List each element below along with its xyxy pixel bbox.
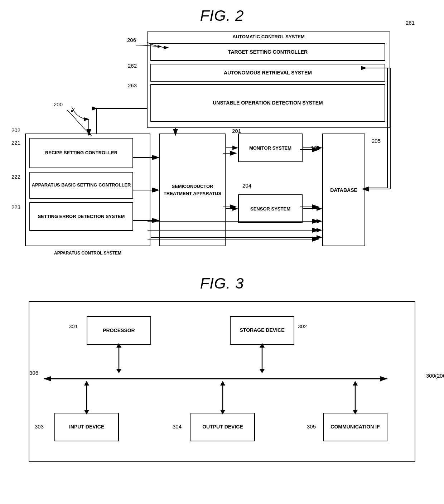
ref-200: 200 <box>54 101 63 107</box>
apparatus-basic-setting-label: APPARATUS BASIC SETTING CONTROLLER <box>32 182 131 188</box>
database-label: DATABASE <box>330 187 357 193</box>
ref-205: 205 <box>372 138 381 144</box>
fig2-title: FIG. 2 <box>7 7 437 24</box>
ref-222: 222 <box>11 174 20 180</box>
apparatus-control-system-box: 202 221 RECIPE SETTING CONTROLLER 222 AP… <box>25 134 150 246</box>
ref-306: 306 <box>29 370 38 376</box>
svg-marker-43 <box>116 369 121 373</box>
input-device-box: INPUT DEVICE <box>54 413 119 441</box>
ref-301: 301 <box>69 323 78 329</box>
semiconductor-box: 201 SEMICONDUCTOR TREATMENT APPARATUS <box>159 134 226 246</box>
processor-box: PROCESSOR <box>87 316 151 345</box>
svg-marker-38 <box>44 376 51 381</box>
fig3-outer-box: PROCESSOR STORAGE DEVICE <box>29 301 415 462</box>
autonomous-retrieval-box: AUTONOMOUS RETRIEVAL SYSTEM <box>150 64 385 82</box>
recipe-setting-controller-box: RECIPE SETTING CONTROLLER <box>29 138 133 168</box>
fig2-diagram: 200 ↙ 206 AUTOMATIC CONTROL SYSTEM TARGE… <box>25 32 419 253</box>
ref-262: 262 <box>128 63 137 69</box>
input-device-label: INPUT DEVICE <box>69 423 104 431</box>
apparatus-control-label: APPARATUS CONTROL SYSTEM <box>54 251 121 256</box>
storage-device-box: STORAGE DEVICE <box>230 316 294 345</box>
monitor-system-label: MONITOR SYSTEM <box>249 145 291 151</box>
ref-304: 304 <box>173 423 182 430</box>
fig2-section: FIG. 2 <box>7 7 437 253</box>
ref-203: 203 <box>311 145 320 151</box>
auto-control-system-label: AUTOMATIC CONTROL SYSTEM <box>232 34 305 39</box>
unstable-operation-label: UNSTABLE OPERATION DETECTION SYSTEM <box>213 100 323 107</box>
setting-error-detection-box: SETTING ERROR DETECTION SYSTEM <box>29 202 133 231</box>
ref-221: 221 <box>11 140 20 146</box>
monitor-system-box: 203 MONITOR SYSTEM <box>238 134 303 162</box>
target-setting-controller-label: TARGET SETTING CONTROLLER <box>228 49 308 55</box>
storage-device-label: STORAGE DEVICE <box>240 327 285 334</box>
ref-204: 204 <box>242 183 251 189</box>
fig3-section: FIG. 3 300(206) PROCESSOR STORAGE DEVICE <box>7 275 437 462</box>
output-device-box: OUTPUT DEVICE <box>190 413 255 441</box>
svg-marker-37 <box>380 376 387 381</box>
ref-302: 302 <box>298 323 307 329</box>
processor-label: PROCESSOR <box>103 328 135 333</box>
output-device-label: OUTPUT DEVICE <box>202 423 243 431</box>
ref-300: 300(206) <box>426 373 444 379</box>
unstable-operation-box: UNSTABLE OPERATION DETECTION SYSTEM <box>150 84 385 122</box>
ref-223: 223 <box>11 204 20 210</box>
communication-if-label: COMMUNICATION IF <box>330 423 380 431</box>
target-setting-controller-box: TARGET SETTING CONTROLLER <box>150 43 385 61</box>
fig3-title: FIG. 3 <box>7 275 437 292</box>
database-box: 205 DATABASE <box>322 134 365 246</box>
autonomous-retrieval-label: AUTONOMOUS RETRIEVAL SYSTEM <box>224 70 312 76</box>
ref-263: 263 <box>128 82 137 88</box>
bus-line-container <box>44 373 400 384</box>
ref-200-arrow: ↙ <box>70 106 76 114</box>
bus-svg <box>44 373 400 384</box>
page: FIG. 2 <box>0 0 444 504</box>
sensor-system-label: SENSOR SYSTEM <box>250 206 290 212</box>
sensor-system-box: 204 SENSOR SYSTEM <box>238 194 303 223</box>
ref-305: 305 <box>307 423 316 430</box>
semiconductor-label: SEMICONDUCTOR TREATMENT APPARATUS <box>160 183 225 197</box>
setting-error-detection-label: SETTING ERROR DETECTION SYSTEM <box>38 213 125 220</box>
communication-if-box: COMMUNICATION IF <box>323 413 387 441</box>
ref-261: 261 <box>406 20 415 26</box>
apparatus-basic-setting-box: APPARATUS BASIC SETTING CONTROLLER <box>29 172 133 199</box>
ref-206: 206 <box>127 37 136 43</box>
automatic-control-system-box: AUTOMATIC CONTROL SYSTEM TARGET SETTING … <box>147 32 390 128</box>
recipe-setting-label: RECIPE SETTING CONTROLLER <box>45 150 117 156</box>
svg-marker-46 <box>260 369 265 373</box>
ref-202: 202 <box>11 127 20 133</box>
ref-303: 303 <box>35 423 44 430</box>
